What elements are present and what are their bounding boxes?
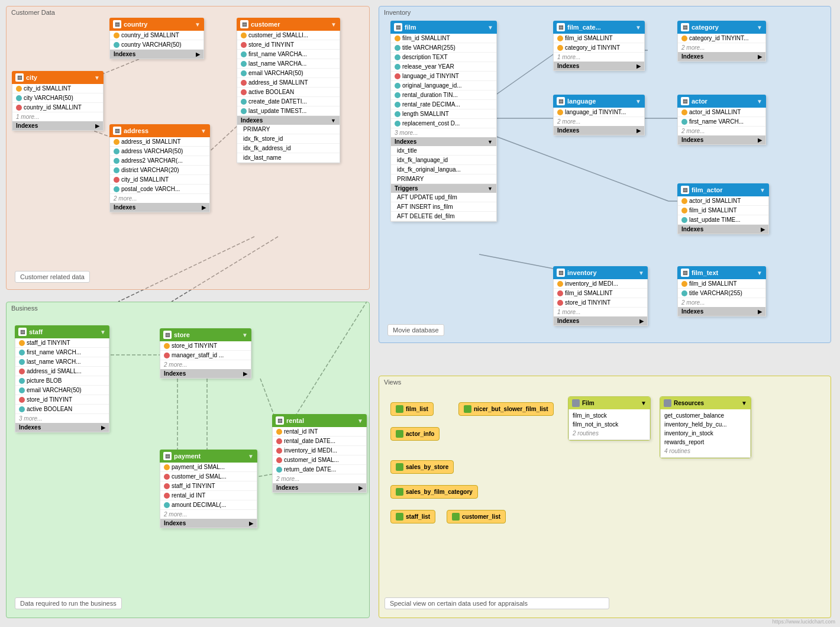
routine-name: Resources <box>674 400 704 406</box>
indexes-header[interactable]: Indexes ▶ <box>678 225 768 234</box>
table-payment-header: ▤ payment ▼ <box>160 450 257 463</box>
filter-icon: ▼ <box>638 270 644 276</box>
table-row: description TEXT <box>391 53 496 62</box>
routine-filter: ▼ <box>741 400 747 406</box>
indexes-header[interactable]: Indexes ▶ <box>554 62 644 70</box>
table-store[interactable]: ▤ store ▼ store_id TINYINT manager_staff… <box>160 328 251 379</box>
table-row: store_id TINYINT <box>554 298 647 308</box>
view-customer-list[interactable]: customer_list <box>447 510 506 523</box>
table-film-text-header: ▤ film_text ▼ <box>677 266 766 279</box>
filter-icon: ▼ <box>94 75 100 81</box>
table-row: last_name VARCHA... <box>237 59 340 69</box>
table-row: actor_id SMALLINT <box>678 108 765 117</box>
indexes-header[interactable]: Indexes ▶ <box>554 126 644 135</box>
indexes-header[interactable]: Indexes ▶ <box>160 369 251 378</box>
routine-film[interactable]: Film ▼ film_in_stock film_not_in_stock 2… <box>568 396 651 441</box>
indexes-header[interactable]: Indexes ▶ <box>273 483 366 492</box>
table-address[interactable]: ▤ address ▼ address_id SMALLINT address … <box>109 124 210 212</box>
group-customer-label: Customer Data <box>11 9 55 16</box>
indexes-header[interactable]: Indexes ▼ <box>391 137 496 146</box>
table-name: store <box>174 331 190 338</box>
table-actor-body: actor_id SMALLINT first_name VARCH... 2 … <box>677 108 766 145</box>
more-label: 1 more... <box>554 53 644 62</box>
table-row: return_date DATE... <box>273 465 366 474</box>
table-row: picture BLOB <box>15 376 109 386</box>
table-inventory-body: inventory_id MEDI... film_id SMALLINT st… <box>553 279 648 326</box>
indexes-header[interactable]: Indexes ▶ <box>678 307 765 316</box>
table-actor[interactable]: ▤ actor ▼ actor_id SMALLINT first_name V… <box>677 95 766 145</box>
table-staff[interactable]: ▤ staff ▼ staff_id TINYINT first_name VA… <box>15 325 109 432</box>
trigger-row: AFT INSERT ins_film <box>391 202 496 212</box>
routine-resources-body: get_customer_balance inventory_held_by_c… <box>660 409 751 458</box>
table-rental[interactable]: ▤ rental ▼ rental_id INT rental_date DAT… <box>272 414 367 493</box>
more-label: 2 more... <box>554 117 644 126</box>
table-icon: ▤ <box>240 20 248 28</box>
table-country[interactable]: ▤ country ▼ country_id SMALLINT country … <box>109 18 204 59</box>
customer-note: Customer related data <box>15 271 90 283</box>
routine-film-body: film_in_stock film_not_in_stock 2 routin… <box>568 409 650 440</box>
view-nicer-film-list[interactable]: nicer_but_slower_film_list <box>458 402 554 416</box>
filter-icon: ▼ <box>357 418 363 424</box>
table-payment[interactable]: ▤ payment ▼ payment_id SMAL... customer_… <box>160 450 257 528</box>
more-label: 2 more... <box>273 474 366 483</box>
triggers-header[interactable]: Triggers ▼ <box>391 184 496 193</box>
view-icon <box>396 463 403 471</box>
indexes-header[interactable]: Indexes ▼ <box>237 116 340 125</box>
watermark: https://www.lucidchart.com <box>772 619 835 625</box>
routine-field: inventory_held_by_cu... <box>664 420 747 429</box>
indexes-header[interactable]: Indexes ▶ <box>554 316 647 325</box>
routines-note: 2 routines <box>573 429 646 438</box>
more-label: 2 more... <box>678 43 765 52</box>
filter-icon: ▼ <box>248 453 254 460</box>
indexes-header[interactable]: Indexes ▶ <box>678 135 765 144</box>
table-name: country <box>124 21 147 28</box>
table-row: first_name VARCH... <box>15 348 109 357</box>
view-actor-info[interactable]: actor_info <box>390 427 440 441</box>
view-staff-list[interactable]: staff_list <box>390 510 435 523</box>
index-row: idx_fk_original_langua... <box>391 165 496 174</box>
table-city[interactable]: ▤ city ▼ city_id SMALLINT city VARCHAR(5… <box>12 71 104 131</box>
table-customer[interactable]: ▤ customer ▼ customer_id SMALLI... store… <box>237 18 340 163</box>
view-sales-by-film-category[interactable]: sales_by_film_category <box>390 485 478 499</box>
indexes-header[interactable]: Indexes ▶ <box>110 50 203 59</box>
views-note: Special view on certain data used for ap… <box>385 597 609 609</box>
table-address-body: address_id SMALLINT address VARCHAR(50) … <box>109 137 210 212</box>
table-inventory[interactable]: ▤ inventory ▼ inventory_id MEDI... film_… <box>553 266 648 326</box>
table-category[interactable]: ▤ category ▼ category_id TINYINT... 2 mo… <box>677 21 766 62</box>
indexes-header[interactable]: Indexes ▶ <box>110 203 209 212</box>
table-row: film_id SMALLINT <box>678 206 768 215</box>
routines-note: 4 routines <box>664 447 747 455</box>
table-film-text[interactable]: ▤ film_text ▼ film_id SMALLINT title VAR… <box>677 266 766 316</box>
table-row: country_id SMALLINT <box>12 103 103 112</box>
table-language[interactable]: ▤ language ▼ language_id TINYINT... 2 mo… <box>553 95 645 135</box>
group-business-label: Business <box>11 305 38 312</box>
table-row: last_update TIME... <box>678 215 768 225</box>
table-film-header: ▤ film ▼ <box>390 21 497 34</box>
indexes-header[interactable]: Indexes ▶ <box>12 121 103 130</box>
indexes-header[interactable]: Indexes ▶ <box>160 519 257 528</box>
table-film-cate[interactable]: ▤ film_cate... ▼ film_id SMALLINT catego… <box>553 21 645 71</box>
view-sales-by-store[interactable]: sales_by_store <box>390 460 454 474</box>
trigger-row: AFT UPDATE upd_film <box>391 193 496 202</box>
view-film-list[interactable]: film_list <box>390 402 434 416</box>
table-name: inventory <box>567 269 597 276</box>
table-name: category <box>692 24 719 31</box>
routine-icon <box>572 399 580 407</box>
table-category-header: ▤ category ▼ <box>677 21 766 34</box>
filter-icon: ▼ <box>757 98 763 105</box>
table-row: film_id SMALLINT <box>554 34 644 43</box>
table-film-actor[interactable]: ▤ film_actor ▼ actor_id SMALLINT film_id… <box>677 183 769 234</box>
table-row: email VARCHAR(50) <box>15 386 109 395</box>
indexes-header[interactable]: Indexes ▶ <box>678 52 765 61</box>
table-row: customer_id SMALLI... <box>237 31 340 40</box>
table-film-text-body: film_id SMALLINT title VARCHAR(255) 2 mo… <box>677 279 766 316</box>
table-staff-header: ▤ staff ▼ <box>15 325 109 338</box>
table-row: district VARCHAR(20) <box>110 166 209 175</box>
table-name: actor <box>692 98 707 105</box>
routine-field: get_customer_balance <box>664 411 747 420</box>
indexes-header[interactable]: Indexes ▶ <box>15 423 109 432</box>
table-icon: ▤ <box>394 23 402 31</box>
table-icon: ▤ <box>681 186 689 194</box>
table-film[interactable]: ▤ film ▼ film_id SMALLINT title VARCHAR(… <box>390 21 497 222</box>
routine-resources[interactable]: Resources ▼ get_customer_balance invento… <box>660 396 751 458</box>
